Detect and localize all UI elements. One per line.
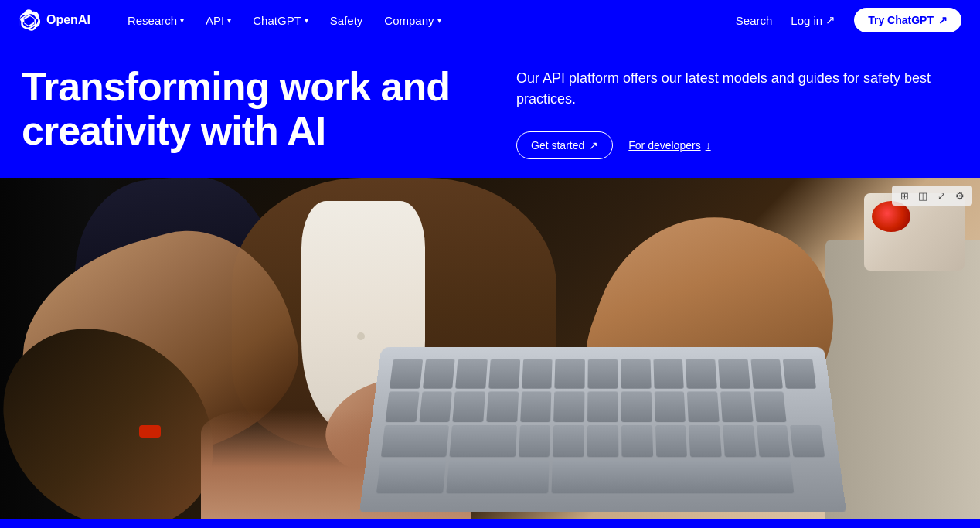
hero-title: Transforming work and creativity with AI bbox=[22, 65, 454, 153]
hero-right: Our API platform offers our latest model… bbox=[516, 65, 958, 159]
arrow-icon: ↗ bbox=[825, 13, 835, 27]
image-control-settings[interactable]: ⚙ bbox=[952, 188, 968, 203]
chevron-down-icon: ▾ bbox=[305, 16, 308, 25]
nav-item-company[interactable]: Company ▾ bbox=[384, 14, 441, 27]
image-control-grid[interactable]: ⊞ bbox=[897, 188, 912, 203]
arrow-up-right-icon: ↗ bbox=[938, 14, 948, 26]
arrow-up-right-icon: ↗ bbox=[589, 139, 598, 152]
nav-item-research[interactable]: Research ▾ bbox=[128, 14, 184, 27]
logo[interactable]: OpenAI bbox=[19, 9, 90, 31]
hero-section: Transforming work and creativity with AI… bbox=[0, 40, 980, 178]
try-chatgpt-button[interactable]: Try ChatGPT ↗ bbox=[854, 8, 961, 32]
chevron-down-icon: ▾ bbox=[437, 16, 441, 25]
hero-description: Our API platform offers our latest model… bbox=[516, 68, 949, 110]
image-control-expand[interactable]: ⤢ bbox=[934, 188, 949, 203]
nav-links: Research ▾ API ▾ ChatGPT ▾ Safety Compan… bbox=[128, 14, 736, 27]
photo-scene bbox=[0, 178, 980, 526]
get-started-button[interactable]: Get started ↗ bbox=[516, 131, 613, 159]
login-button[interactable]: Log in ↗ bbox=[791, 13, 835, 27]
watch-red bbox=[139, 425, 161, 438]
openai-logo-icon bbox=[19, 9, 40, 31]
couch-bg bbox=[825, 240, 980, 526]
nav-item-api[interactable]: API ▾ bbox=[206, 14, 231, 27]
chevron-down-icon: ▾ bbox=[180, 16, 184, 25]
shirt-button bbox=[357, 332, 365, 340]
logo-text: OpenAI bbox=[46, 13, 90, 27]
arrow-down-icon: ↓ bbox=[706, 139, 711, 152]
for-developers-button[interactable]: For developers ↓ bbox=[628, 139, 710, 152]
blue-bottom-bar bbox=[0, 519, 980, 526]
hero-left: Transforming work and creativity with AI bbox=[22, 65, 454, 153]
navigation: OpenAI Research ▾ API ▾ ChatGPT ▾ Safety… bbox=[0, 0, 980, 40]
nav-item-chatgpt[interactable]: ChatGPT ▾ bbox=[253, 14, 308, 27]
nav-item-safety[interactable]: Safety bbox=[330, 14, 363, 27]
image-controls: ⊞ ◫ ⤢ ⚙ bbox=[892, 186, 972, 206]
image-control-split[interactable]: ◫ bbox=[915, 188, 931, 203]
chevron-down-icon: ▾ bbox=[227, 16, 231, 25]
hero-image: ⊞ ◫ ⤢ ⚙ bbox=[0, 178, 980, 526]
nav-right: Search Log in ↗ Try ChatGPT ↗ bbox=[736, 8, 961, 32]
search-button[interactable]: Search bbox=[736, 14, 773, 27]
hero-buttons: Get started ↗ For developers ↓ bbox=[516, 131, 958, 159]
laptop bbox=[359, 347, 846, 512]
